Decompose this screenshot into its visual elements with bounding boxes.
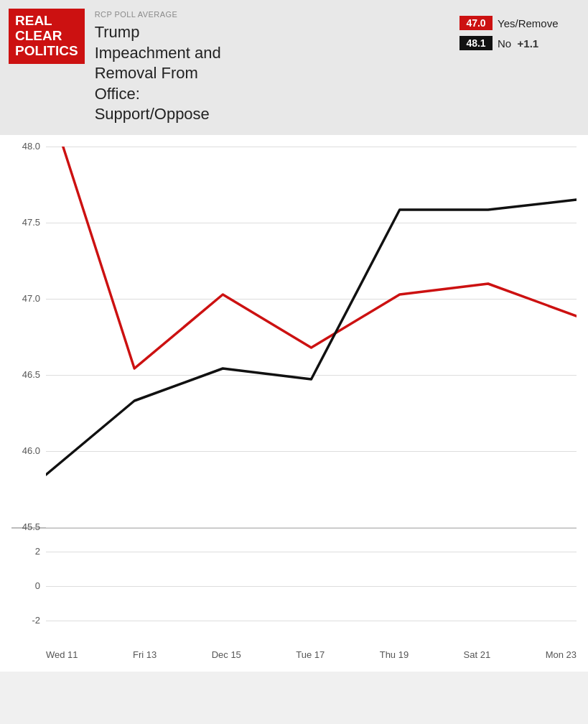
chart-title-line4: Office: (95, 85, 140, 103)
legend: 47.0 Yes/Remove 48.1 No +1.1 (459, 9, 578, 50)
y-label-2: 2 (11, 546, 40, 557)
y-label-48: 48.0 (11, 141, 40, 152)
y-label-0: 0 (11, 580, 40, 591)
poll-label: RCP POLL AVERAGE (95, 10, 449, 19)
y-label-475: 47.5 (11, 217, 40, 228)
logo-line2: CLEAR (15, 29, 78, 44)
y-label-neg2: -2 (11, 615, 40, 626)
x-axis-labels: Wed 11 Fri 13 Dec 15 Tue 17 Thu 19 Sat 2… (11, 644, 577, 672)
x-label-fri13: Fri 13 (133, 649, 157, 660)
legend-no-label: No +1.1 (498, 37, 538, 50)
legend-yes-label: Yes/Remove (498, 17, 559, 29)
legend-yes-item: 47.0 Yes/Remove (459, 16, 578, 30)
grid-line-lower-2 (46, 552, 577, 552)
grid-line-455 (46, 527, 577, 528)
logo-line3: POLITICS (15, 44, 78, 59)
x-label-wed11: Wed 11 (46, 649, 78, 660)
lower-chart-area: 2 0 -2 (11, 529, 577, 644)
x-label-tue17: Tue 17 (296, 649, 325, 660)
x-label-dec15: Dec 15 (212, 649, 241, 660)
grid-line-lower-0 (46, 586, 577, 587)
y-label-470: 47.0 (11, 293, 40, 304)
chart-title: Trump Impeachment and Removal From Offic… (95, 22, 449, 125)
main-chart-container: 48.0 47.5 47.0 46.5 46.0 45.5 (0, 135, 588, 672)
header-middle: RCP POLL AVERAGE Trump Impeachment and R… (95, 9, 449, 125)
chart-title-line2: Impeachment and (95, 44, 221, 62)
legend-no-badge: 48.1 (459, 36, 493, 50)
legend-yes-badge: 47.0 (459, 16, 493, 30)
y-label-460: 46.0 (11, 445, 40, 456)
y-label-465: 46.5 (11, 369, 40, 380)
x-label-sat21: Sat 21 (464, 649, 491, 660)
grid-line-lower-neg2 (46, 621, 577, 621)
x-label-thu19: Thu 19 (380, 649, 409, 660)
chart-title-line3: Removal From (95, 64, 198, 82)
red-line (46, 147, 577, 368)
main-chart-svg (46, 147, 577, 527)
main-chart-area: 48.0 47.5 47.0 46.5 46.0 45.5 (11, 147, 577, 527)
header: REAL CLEAR POLITICS RCP POLL AVERAGE Tru… (0, 0, 588, 135)
logo-line1: REAL (15, 14, 78, 29)
chart-title-line1: Trump (95, 23, 140, 41)
legend-no-item: 48.1 No +1.1 (459, 36, 578, 50)
logo: REAL CLEAR POLITICS (9, 9, 85, 64)
x-label-mon23: Mon 23 (546, 649, 577, 660)
chart-title-line5: Support/Oppose (95, 105, 210, 123)
